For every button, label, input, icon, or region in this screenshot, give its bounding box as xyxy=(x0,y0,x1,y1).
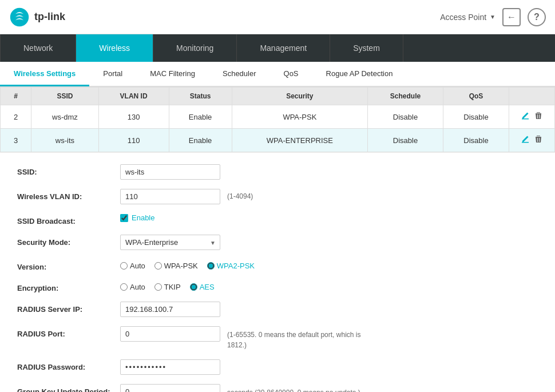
encryption-aes-text: AES xyxy=(200,283,215,291)
radius-port-label: RADIUS Port: xyxy=(17,326,120,338)
tab-monitoring[interactable]: Monitoring xyxy=(153,34,237,62)
tab-network[interactable]: Network xyxy=(0,34,76,62)
subnav-portal[interactable]: Portal xyxy=(89,62,136,86)
cell-actions xyxy=(509,105,555,129)
ssid-broadcast-checkbox[interactable] xyxy=(120,214,128,222)
back-button[interactable]: ← xyxy=(502,8,521,26)
cell-status: Enable xyxy=(169,105,232,129)
version-auto-label[interactable]: Auto xyxy=(120,262,145,270)
col-qos: QoS xyxy=(443,88,509,105)
radius-password-label: RADIUS Password: xyxy=(17,359,120,371)
version-wpapsk-label[interactable]: WPA-PSK xyxy=(154,262,198,270)
col-schedule: Schedule xyxy=(368,88,443,105)
table-row[interactable]: 3 ws-its 110 Enable WPA-ENTERPRISE Disab… xyxy=(1,129,555,152)
version-radio-group: Auto WPA-PSK WPA2-PSK xyxy=(120,259,255,270)
delete-button[interactable] xyxy=(534,134,543,146)
encryption-aes-label[interactable]: AES xyxy=(190,283,215,291)
svg-point-0 xyxy=(10,7,29,26)
encryption-auto-radio[interactable] xyxy=(120,283,128,291)
ssid-input[interactable] xyxy=(120,164,220,180)
form-row-vlan: Wireless VLAN ID: (1-4094) xyxy=(17,189,538,204)
form-row-radius-password: RADIUS Password: xyxy=(17,359,538,375)
cell-status: Enable xyxy=(169,129,232,152)
group-key-hint: seconds (30-8640000. 0 means no update.) xyxy=(227,384,360,392)
help-icon: ? xyxy=(534,12,540,22)
version-wpa2psk-radio[interactable] xyxy=(207,262,215,270)
encryption-aes-radio[interactable] xyxy=(190,283,197,291)
radius-password-input[interactable] xyxy=(120,359,220,375)
form-row-version: Version: Auto WPA-PSK WPA2-PSK xyxy=(17,259,538,271)
edit-button[interactable] xyxy=(521,134,530,146)
form-row-encryption: Encryption: Auto TKIP AES xyxy=(17,280,538,292)
cell-vlan: 110 xyxy=(98,129,169,152)
form-row-ssid: SSID: xyxy=(17,164,538,180)
subnav-scheduler[interactable]: Scheduler xyxy=(209,62,270,86)
version-auto-text: Auto xyxy=(130,262,145,270)
ssid-label: SSID: xyxy=(17,164,120,176)
radius-ip-input[interactable] xyxy=(120,302,220,317)
edit-button[interactable] xyxy=(521,111,530,122)
tab-wireless[interactable]: Wireless xyxy=(76,34,153,62)
ssid-table-container: # SSID VLAN ID Status Security Schedule … xyxy=(0,87,555,152)
encryption-tkip-radio[interactable] xyxy=(154,283,162,291)
subnav-mac-filtering[interactable]: MAC Filtering xyxy=(136,62,209,86)
help-button[interactable]: ? xyxy=(528,8,546,26)
cell-schedule: Disable xyxy=(368,129,443,152)
access-point-label: Access Point xyxy=(440,13,486,22)
form-row-radius-port: RADIUS Port: (1-65535. 0 means the defau… xyxy=(17,326,538,350)
encryption-auto-label[interactable]: Auto xyxy=(120,283,145,291)
chevron-down-icon: ▼ xyxy=(490,14,495,20)
form-row-radius-ip: RADIUS Server IP: xyxy=(17,302,538,317)
radius-ip-label: RADIUS Server IP: xyxy=(17,302,120,314)
vlan-hint: (1-4094) xyxy=(227,189,253,200)
cell-id: 2 xyxy=(1,105,31,129)
tplink-logo-icon xyxy=(9,7,30,27)
tab-management[interactable]: Management xyxy=(237,34,330,62)
cell-ssid: ws-its xyxy=(31,129,98,152)
subnav-qos[interactable]: QoS xyxy=(270,62,312,86)
encryption-tkip-label[interactable]: TKIP xyxy=(154,283,181,291)
group-key-input[interactable] xyxy=(120,384,220,392)
col-security: Security xyxy=(232,88,367,105)
security-label: Security Mode: xyxy=(17,235,120,247)
cell-qos: Disable xyxy=(443,129,509,152)
form-row-ssid-broadcast: SSID Broadcast: Enable xyxy=(17,213,538,225)
logo: tp-link xyxy=(9,7,65,27)
col-status: Status xyxy=(169,88,232,105)
col-vlan: VLAN ID xyxy=(98,88,169,105)
subnav-rogue-ap[interactable]: Rogue AP Detection xyxy=(312,62,407,86)
form-row-group-key: Group Key Update Period: seconds (30-864… xyxy=(17,384,538,392)
ssid-broadcast-text: Enable xyxy=(132,213,154,222)
col-ssid: SSID xyxy=(31,88,98,105)
security-select[interactable]: WPA-Enterprise WPA-PSK None xyxy=(120,235,220,250)
subnav-wireless-settings[interactable]: Wireless Settings xyxy=(0,62,89,86)
table-row[interactable]: 2 ws-dmz 130 Enable WPA-PSK Disable Disa… xyxy=(1,105,555,129)
cell-vlan: 130 xyxy=(98,105,169,129)
access-point-button[interactable]: Access Point ▼ xyxy=(440,13,495,22)
vlan-input[interactable] xyxy=(120,189,220,204)
form-row-security: Security Mode: WPA-Enterprise WPA-PSK No… xyxy=(17,235,538,250)
cell-ssid: ws-dmz xyxy=(31,105,98,129)
security-select-wrap: WPA-Enterprise WPA-PSK None ▼ xyxy=(120,235,220,250)
back-icon: ← xyxy=(507,12,516,22)
version-auto-radio[interactable] xyxy=(120,262,128,270)
tab-system[interactable]: System xyxy=(330,34,403,62)
form-section: SSID: Wireless VLAN ID: (1-4094) SSID Br… xyxy=(0,152,555,392)
version-wpa2psk-text: WPA2-PSK xyxy=(217,262,255,270)
vlan-label: Wireless VLAN ID: xyxy=(17,189,120,201)
encryption-label: Encryption: xyxy=(17,280,120,292)
col-number: # xyxy=(1,88,31,105)
ssid-broadcast-checkbox-label[interactable]: Enable xyxy=(120,213,154,222)
header: tp-link Access Point ▼ ← ? xyxy=(0,0,555,34)
radius-port-input[interactable] xyxy=(120,326,220,342)
version-wpa2psk-label[interactable]: WPA2-PSK xyxy=(207,262,255,270)
svg-rect-1 xyxy=(522,118,529,120)
delete-button[interactable] xyxy=(534,111,543,122)
encryption-radio-group: Auto TKIP AES xyxy=(120,280,215,291)
cell-qos: Disable xyxy=(443,105,509,129)
version-wpapsk-radio[interactable] xyxy=(154,262,162,270)
group-key-label: Group Key Update Period: xyxy=(17,384,120,392)
version-label: Version: xyxy=(17,259,120,271)
ssid-table: # SSID VLAN ID Status Security Schedule … xyxy=(0,87,555,152)
col-actions xyxy=(509,88,555,105)
